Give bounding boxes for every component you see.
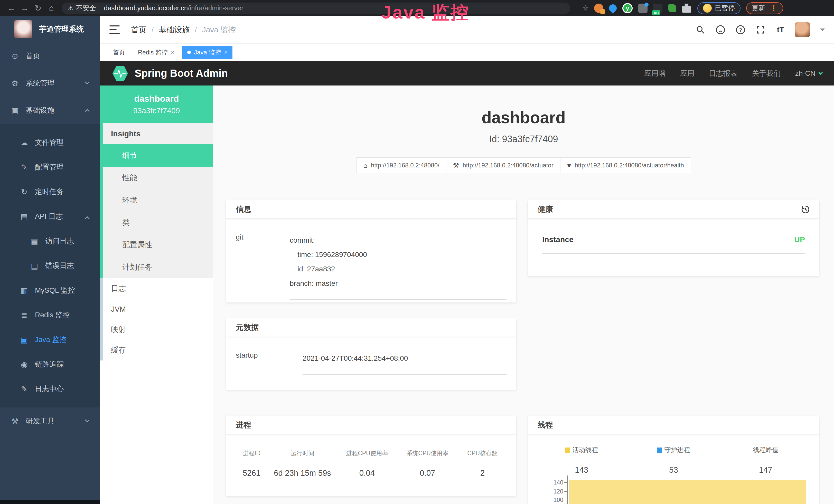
- sidebar-item-config[interactable]: ✎ 配置管理: [0, 155, 100, 180]
- sba-item-metrics[interactable]: 性能: [103, 167, 213, 189]
- sba-brand-title[interactable]: Spring Boot Admin: [135, 68, 228, 79]
- layers-icon: ≣: [19, 311, 29, 320]
- sidebar-item-label: Redis 监控: [35, 310, 70, 320]
- close-icon[interactable]: ×: [224, 49, 227, 56]
- spring-boot-admin-logo-icon[interactable]: [112, 65, 128, 83]
- search-icon[interactable]: [695, 24, 706, 36]
- sba-nav-about[interactable]: 关于我们: [752, 69, 781, 78]
- chart-y-axis: [567, 476, 568, 504]
- chevron-down-icon: [85, 417, 89, 422]
- actuator-url: http://192.168.0.2:48080/actuator: [463, 162, 553, 169]
- sidebar-item-label: 基础设施: [26, 106, 54, 115]
- sidebar-item-error-log[interactable]: ▤ 错误日志: [0, 253, 100, 278]
- info-card-title: 信息: [226, 200, 516, 219]
- close-icon[interactable]: ×: [171, 49, 174, 56]
- extension-switch-icon[interactable]: on: [653, 4, 662, 13]
- health-url-link[interactable]: ♥ http://192.168.0.2:48080/actuator/heal…: [561, 157, 691, 173]
- avatar-caret-icon[interactable]: [820, 28, 825, 31]
- sidebar-item-trace[interactable]: ◉ 链路追踪: [0, 352, 100, 377]
- gear-icon: ⚙: [10, 79, 20, 88]
- sidebar-item-devtools[interactable]: ⚒ 研发工具: [0, 408, 100, 435]
- sba-item-mappings[interactable]: 映射: [103, 319, 213, 340]
- sba-nav-applications[interactable]: 应用: [680, 69, 695, 78]
- bookmark-star-icon[interactable]: ☆: [582, 4, 589, 13]
- process-table: 进程ID 运行时间 进程CPU使用率 系统CPU使用率 CPU核心数 5261 …: [226, 434, 516, 478]
- font-size-icon[interactable]: tT: [775, 24, 786, 36]
- fullscreen-icon[interactable]: [755, 24, 766, 36]
- user-avatar[interactable]: [795, 22, 810, 37]
- git-commit-line: commit:: [290, 233, 506, 248]
- metadata-startup-row: startup 2021-04-27T00:44:31.254+08:00: [226, 337, 516, 375]
- sidebar-item-home[interactable]: ⊙ 首页: [0, 42, 100, 70]
- sidebar-item-access-log[interactable]: ▤ 访问日志: [0, 229, 100, 253]
- tag-java-monitor[interactable]: Java 监控 ×: [182, 46, 233, 59]
- breadcrumb-home[interactable]: 首页: [131, 25, 147, 35]
- tag-redis-monitor[interactable]: Redis 监控 ×: [133, 46, 179, 59]
- dashboard-icon: ⊙: [10, 52, 20, 61]
- sidebar-item-system[interactable]: ⚙ 系统管理: [0, 70, 100, 97]
- extension-colorzilla-icon[interactable]: [594, 4, 603, 13]
- extensions-puzzle-icon[interactable]: [682, 4, 691, 13]
- sba-item-config-props[interactable]: 配置属性: [103, 234, 213, 256]
- log-icon: ▤: [29, 237, 40, 246]
- address-bar[interactable]: ⚠ 不安全 dashboard.yudao.iocoder.cn /infra/…: [62, 3, 570, 14]
- sba-language-select[interactable]: zh-CN: [795, 69, 822, 77]
- chrome-update-button[interactable]: 更新 ⋮: [746, 2, 783, 14]
- service-url-link[interactable]: ⌂ http://192.168.0.2:48080/: [356, 157, 446, 173]
- sidebar-item-infra[interactable]: ▣ 基础设施: [0, 97, 100, 124]
- extension-leaf-icon[interactable]: [668, 4, 676, 12]
- sidebar-item-label: API 日志: [35, 211, 63, 221]
- svg-text:?: ?: [739, 27, 742, 33]
- history-icon[interactable]: [800, 204, 811, 215]
- github-icon[interactable]: [715, 24, 726, 36]
- sba-item-scheduled-tasks[interactable]: 计划任务: [103, 256, 213, 278]
- sidebar-item-java-monitor[interactable]: ▣ Java 监控: [0, 327, 100, 352]
- sba-item-logs[interactable]: 日志: [103, 278, 213, 299]
- chrome-menu-icon[interactable]: ⋮: [770, 4, 777, 13]
- extension-on-badge: on: [652, 10, 660, 16]
- legend-label: 守护进程: [664, 446, 690, 454]
- sidebar-toggle-icon[interactable]: [109, 25, 120, 34]
- reload-icon[interactable]: ↻: [31, 2, 45, 15]
- sidebar-item-job[interactable]: ↻ 定时任务: [0, 180, 100, 204]
- home-icon[interactable]: ⌂: [45, 2, 58, 15]
- extension-grid-icon[interactable]: [638, 4, 648, 13]
- sidebar-item-file[interactable]: ☁ 文件管理: [0, 130, 100, 155]
- sba-item-jvm[interactable]: JVM: [103, 299, 213, 319]
- sba-nav-journal[interactable]: 日志报表: [709, 69, 738, 78]
- insecure-warning-icon: ⚠: [68, 5, 73, 12]
- header-actions: ? tT: [695, 22, 825, 37]
- sba-item-classes[interactable]: 类: [103, 211, 213, 234]
- sidebar-item-redis[interactable]: ≣ Redis 监控: [0, 303, 100, 327]
- sidebar-item-mysql[interactable]: ▥ MySQL 监控: [0, 278, 100, 303]
- tag-label: Redis 监控: [138, 48, 168, 56]
- cloud-upload-icon: ☁: [19, 138, 29, 147]
- y-tick-140: 140: [543, 479, 563, 486]
- page-subtitle: Id: 93a3fc7f7409: [213, 134, 834, 144]
- breadcrumb-current: Java 监控: [202, 25, 236, 35]
- extension-pin-icon[interactable]: [608, 3, 618, 13]
- url-path: /infra/admin-server: [188, 4, 243, 12]
- back-icon[interactable]: ←: [5, 2, 18, 15]
- extension-y-icon[interactable]: y: [622, 3, 633, 13]
- sidebar-item-api-log[interactable]: ▤ API 日志: [0, 204, 100, 229]
- sba-item-details[interactable]: 细节: [100, 144, 213, 167]
- sidebar-item-log-center[interactable]: ✎ 日志中心: [0, 377, 100, 401]
- profile-paused-badge[interactable]: 已暂停: [697, 2, 741, 14]
- sba-item-caches[interactable]: 缓存: [103, 340, 213, 361]
- sba-nav-wallboard[interactable]: 应用墙: [644, 69, 666, 78]
- edit-icon: ✎: [19, 163, 29, 172]
- help-icon[interactable]: ?: [735, 24, 746, 36]
- forward-icon[interactable]: →: [18, 2, 31, 15]
- actuator-url-link[interactable]: ⚒ http://192.168.0.2:48080/actuator: [446, 157, 561, 173]
- sidebar-item-label: 日志中心: [35, 384, 64, 394]
- legend-live-threads: 活动线程: [535, 446, 628, 454]
- sba-app-header[interactable]: dashboard 93a3fc7f7409: [100, 86, 213, 123]
- url-host: dashboard.yudao.iocoder.cn: [104, 4, 188, 12]
- sba-item-environment[interactable]: 环境: [103, 189, 213, 211]
- breadcrumb-infra[interactable]: 基础设施: [159, 25, 190, 35]
- tag-home[interactable]: 首页: [108, 46, 130, 59]
- page-title: dashboard: [213, 108, 834, 127]
- app-logo-row[interactable]: 芋道管理系统: [0, 16, 100, 42]
- legend-label: 活动线程: [572, 446, 598, 454]
